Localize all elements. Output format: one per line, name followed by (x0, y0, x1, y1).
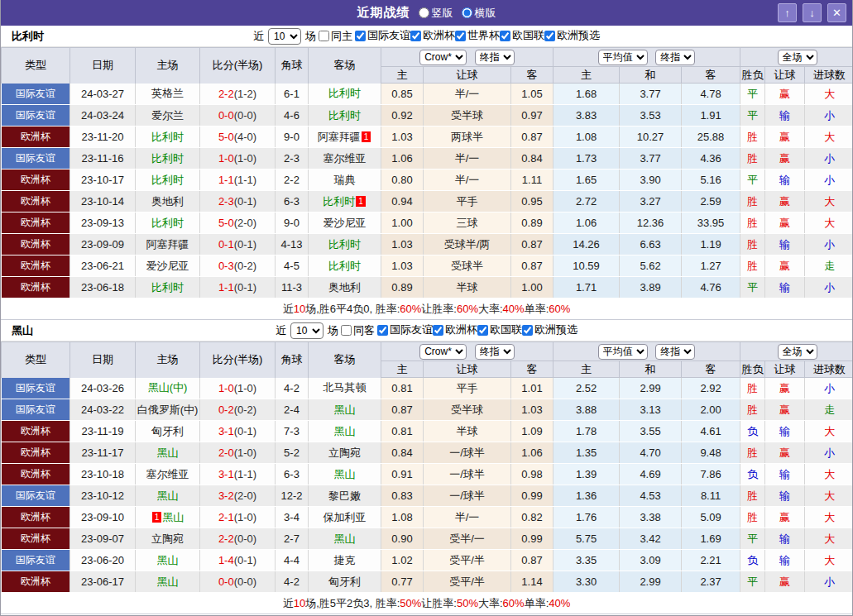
team-label: 阿塞拜疆 (318, 131, 361, 143)
win-draw-loss-result: 胜 (740, 485, 765, 507)
competition-checkbox[interactable]: 国际友谊 (377, 322, 433, 337)
competition-type-badge: 欧洲杯 (2, 571, 70, 593)
competition-checkbox-input[interactable] (410, 31, 421, 41)
avg-home-odds: 5.75 (553, 528, 620, 550)
recent-results-panel: 近期战绩 竖版 横版 ↑ ↓ ✕ 比利时 近 10 场 (0, 0, 853, 616)
horizontal-radio-input[interactable] (462, 7, 472, 18)
score-halftime: 3-1(1-1) (200, 464, 276, 485)
sub-col-header: 胜负 (740, 67, 765, 84)
halftime-score: (0-1) (234, 554, 256, 566)
win-draw-loss-result: 胜 (740, 148, 765, 170)
home-team: 立陶宛 (136, 528, 200, 550)
avg-draw-odds: 3.77 (620, 148, 682, 170)
score-halftime: 3-1(0-1) (200, 421, 276, 442)
win-draw-loss-result: 平 (740, 84, 765, 105)
average-odds-select[interactable]: 平均值 (598, 50, 648, 65)
handicap-result: 输 (765, 105, 805, 127)
corner-count: 5-2 (276, 442, 309, 464)
competition-checkbox[interactable]: 国际友谊 (355, 28, 410, 43)
fulltime-select[interactable]: 全场 (778, 50, 817, 65)
layout-radio-horizontal[interactable]: 横版 (462, 6, 496, 21)
average-odds-select[interactable]: 平均值 (598, 344, 648, 360)
fulltime-score: 1-0 (218, 152, 234, 165)
move-down-button[interactable]: ↓ (803, 3, 822, 22)
handicap-home-odds: 0.83 (381, 485, 424, 507)
avg-home-odds: 1.76 (553, 507, 620, 528)
bookmaker-select[interactable]: Crow* (419, 50, 467, 65)
competition-checkbox-input[interactable] (522, 325, 533, 336)
competition-checkbox[interactable]: 世界杯 (455, 28, 500, 43)
fulltime-score: 0-3 (218, 260, 234, 272)
filters-bar: 近 10 场 同客 国际友谊欧洲杯欧国联欧洲预选 (276, 322, 577, 339)
match-date: 23-09-09 (70, 234, 136, 255)
vertical-radio-input[interactable] (419, 7, 429, 18)
avg-away-odds: 5.16 (682, 170, 740, 191)
competition-checkbox[interactable]: 欧洲杯 (433, 322, 477, 337)
handicap-away-odds: 1.14 (511, 571, 553, 593)
halftime-score: (2-0) (234, 489, 256, 502)
same-venue-checkbox[interactable]: 同主 (319, 29, 352, 44)
score-halftime: 2-3(0-1) (200, 191, 276, 212)
handicap-line: 受球半/两 (424, 234, 511, 255)
match-count-select[interactable]: 10 (268, 28, 301, 45)
handicap-away-odds: 1.03 (511, 399, 553, 421)
home-team: 英格兰 (136, 84, 200, 105)
sub-col-header: 让球 (424, 361, 511, 378)
avg-home-odds: 1.78 (553, 421, 620, 442)
competition-checkbox[interactable]: 欧国联 (477, 322, 522, 337)
final-odds-select-2[interactable]: 终指 (655, 50, 695, 65)
competition-type-badge: 国际友谊 (2, 378, 70, 399)
same-venue-input[interactable] (319, 31, 329, 41)
competition-checkbox-input[interactable] (355, 31, 366, 41)
fulltime-score: 2-3 (218, 195, 234, 208)
competition-checkbox-input[interactable] (477, 325, 488, 336)
away-team: 黑山 (309, 464, 381, 485)
home-team: 1黑山 (136, 507, 200, 528)
close-button[interactable]: ✕ (827, 3, 846, 22)
match-date: 23-06-17 (70, 571, 136, 593)
score-halftime: 1-1(1-1) (200, 170, 276, 191)
competition-checkbox-input[interactable] (377, 325, 388, 336)
competition-type-badge: 欧洲杯 (2, 421, 70, 442)
match-row: 欧洲杯23-11-19匈牙利3-1(0-1)7-3黑山0.81半球1.091.7… (2, 421, 853, 442)
record-summary: 近10场,胜5平2负3, 胜率:50% 让胜率:50% 大率:60% 单率:40… (1, 593, 852, 614)
team-label: 黑山 (157, 554, 179, 566)
avg-away-odds: 4.36 (682, 148, 740, 170)
handicap-result: 赢 (765, 212, 805, 234)
competition-checkbox-input[interactable] (433, 325, 443, 336)
competition-checkbox-input[interactable] (544, 31, 555, 41)
final-odds-select-2[interactable]: 终指 (655, 344, 695, 360)
team-section: 比利时 近 10 场 同主 国际友谊欧洲杯世界杯欧国联欧洲预选 (1, 26, 852, 320)
handicap-home-odds: 0.81 (381, 378, 424, 399)
team-label: 捷克 (334, 554, 356, 566)
handicap-away-odds: 0.99 (511, 485, 553, 507)
final-odds-select-1[interactable]: 终指 (475, 344, 515, 360)
move-up-button[interactable]: ↑ (778, 3, 797, 22)
fulltime-select[interactable]: 全场 (778, 344, 817, 360)
halftime-score: (0-0) (234, 532, 256, 545)
competition-checkbox[interactable]: 欧洲预选 (522, 322, 577, 337)
avg-home-odds: 1.73 (553, 148, 620, 170)
goals-result: 大 (805, 485, 853, 507)
competition-checkbox[interactable]: 欧国联 (500, 28, 544, 43)
team-label: 黎巴嫩 (328, 489, 361, 502)
competition-checkbox[interactable]: 欧洲杯 (410, 28, 455, 43)
final-odds-select-1[interactable]: 终指 (475, 50, 515, 65)
match-count-select[interactable]: 10 (290, 322, 323, 339)
win-draw-loss-result: 平 (740, 277, 765, 298)
score-halftime: 2-2(1-2) (200, 84, 276, 105)
competition-checkbox-input[interactable] (455, 31, 466, 41)
layout-radio-vertical[interactable]: 竖版 (419, 6, 453, 21)
avg-home-odds: 3.35 (553, 550, 620, 571)
match-row: 欧洲杯23-09-101黑山2-1(1-0)3-4保加利亚1.08半/一0.82… (2, 507, 853, 528)
same-venue-input[interactable] (341, 325, 352, 336)
competition-checkbox-input[interactable] (500, 31, 510, 41)
same-venue-checkbox[interactable]: 同客 (341, 323, 375, 338)
handicap-home-odds: 0.84 (381, 442, 424, 464)
avg-draw-odds: 3.55 (620, 421, 682, 442)
bookmaker-select[interactable]: Crow* (419, 344, 467, 360)
avg-draw-odds: 3.53 (620, 105, 682, 127)
col-header-corner: 角球 (276, 342, 309, 378)
handicap-home-odds: 0.94 (381, 191, 424, 212)
competition-checkbox[interactable]: 欧洲预选 (544, 28, 600, 43)
